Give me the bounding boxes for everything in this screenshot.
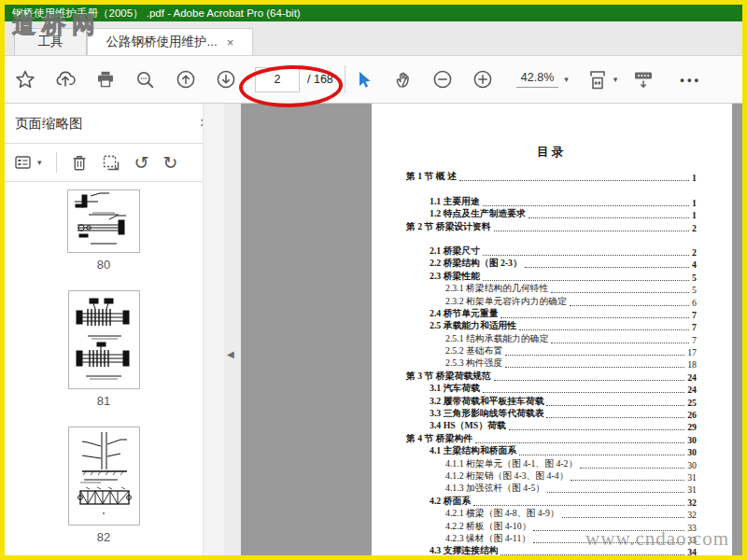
scroll-mode-icon[interactable] — [623, 70, 663, 90]
toc-entry-page: 5 — [692, 285, 697, 295]
toc-entry-label: 3.3 三角形影响线等代荷载表 — [430, 408, 543, 420]
toc-entry[interactable]: 2.5.1 结构承载能力的确定7 — [406, 332, 697, 344]
chevron-down-icon[interactable]: ▾ — [613, 75, 618, 84]
toc-leader-dots — [483, 392, 684, 393]
toc-entry[interactable]: 4.2.1 横梁（图 4-8、图 4-9）32 — [406, 508, 697, 520]
toc-leader-dots — [473, 505, 684, 506]
toc-entry-label: 4.1.2 桁架销（图 4-3、图 4-4） — [445, 470, 568, 483]
toc-entry-page: 6 — [692, 298, 697, 308]
tab-document-label: 公路钢桥使用维护... — [106, 34, 218, 50]
toc-leader-dots — [562, 517, 685, 518]
thumbnails-list: 80 — [5, 182, 203, 555]
toc-entry-label: 4.2.3 缘材（图 4-11） — [445, 533, 530, 545]
toc-entry-page: 32 — [687, 510, 697, 520]
toc-entry-page: 30 — [687, 447, 697, 457]
toc-entry-label: 第 4 节 桥梁构件 — [406, 433, 472, 445]
watermark-site-logo: 道桥网 — [12, 9, 102, 40]
toc-entry-label: 2.5.3 构件强度 — [445, 357, 502, 370]
page-thumbnail-80[interactable]: 80 — [67, 189, 140, 272]
toc-entry[interactable]: 3.2 履带荷载和平板挂车荷载25 — [406, 395, 697, 407]
thumbnails-panel: 页面缩略图 × ▾ ↺ ↻ — [5, 104, 224, 555]
chevron-down-icon[interactable]: ▾ — [37, 158, 42, 167]
toc-entry-label: 2.3.2 桁架单元容许内力的确定 — [445, 296, 567, 308]
page-thumbnail-81[interactable]: 81 — [68, 290, 140, 408]
toc-entry[interactable]: 2.1 桥梁尺寸2 — [406, 245, 697, 258]
page-fit-control[interactable]: ▾ — [587, 70, 618, 90]
toc-entry[interactable]: 4.1.3 加强弦杆（图 4-5）31 — [406, 483, 697, 495]
toc-entry-label: 3.2 履带荷载和平板挂车荷载 — [430, 396, 543, 408]
toc-entry[interactable]: 1.2 特点及生产制造要求1 — [406, 208, 697, 220]
toc-entry-page: 7 — [692, 335, 697, 345]
search-icon[interactable] — [125, 71, 165, 89]
zoom-out-icon[interactable] — [423, 70, 463, 89]
hand-tool-icon[interactable] — [383, 70, 423, 89]
toc-entry-page: 24 — [687, 372, 697, 383]
toc-entry[interactable]: 2.5.3 构件强度18 — [406, 357, 697, 370]
toc-leader-dots — [505, 355, 684, 356]
acrobat-window: 钢桥使用维护手册（2005） .pdf - Adobe Acrobat Pro … — [0, 0, 747, 560]
toc-entry[interactable]: 2.3 桥梁性能5 — [406, 270, 697, 282]
sidebar-scrollbar[interactable] — [203, 104, 224, 555]
toc-entry-label: 1.1 主要用途 — [430, 196, 480, 208]
toc-entry-page: 2 — [692, 247, 697, 258]
toc-entry[interactable]: 第 2 节 桥梁设计资料2 — [406, 220, 697, 232]
collapse-panel-icon[interactable]: ◀ — [227, 349, 234, 359]
toc-entry[interactable]: 4.1.1 桁架单元（图 4-1、图 4-2）30 — [406, 457, 697, 469]
toc-entry-page: 17 — [687, 347, 697, 357]
thumbnails-toolbar: ▾ ↺ ↻ — [5, 143, 203, 182]
toc-entry-label: 2.1 桥梁尺寸 — [430, 245, 480, 258]
print-icon[interactable] — [85, 71, 125, 88]
favorites-star-icon[interactable] — [5, 70, 45, 89]
page-thumbnail-82[interactable]: 82 — [68, 427, 140, 544]
page-thumbnail-label: 82 — [97, 530, 110, 544]
toc-entry[interactable]: 第 4 节 桥梁构件30 — [406, 432, 697, 444]
toc-entry[interactable]: 3.4 HS（MS）荷载29 — [406, 420, 697, 432]
toc-entry[interactable]: 第 3 节 桥梁荷载规范24 — [406, 370, 697, 382]
toc-entry[interactable]: 4.2 桥面系32 — [406, 495, 697, 507]
toc-entry-label: 1.2 特点及生产制造要求 — [430, 208, 526, 220]
chevron-down-icon[interactable]: ▾ — [564, 75, 569, 84]
toc-leader-dots — [546, 417, 684, 418]
fit-width-icon — [587, 70, 608, 90]
toc-entry[interactable]: 2.5.2 基础布置17 — [406, 345, 697, 357]
toc-leader-dots — [571, 480, 684, 481]
toc-entry[interactable]: 4.1.2 桁架销（图 4-3、图 4-4）31 — [406, 470, 697, 483]
toc-entry[interactable]: 2.3.1 桥梁结构的几何特性5 — [406, 283, 697, 295]
toc-entry-page: 7 — [692, 310, 697, 320]
toc-entry[interactable]: 第 1 节 概 述1 — [406, 171, 697, 183]
toc-entry-page: 30 — [687, 460, 697, 470]
crop-pages-icon[interactable] — [102, 154, 120, 172]
delete-pages-icon[interactable] — [71, 154, 88, 172]
rotate-clockwise-icon[interactable]: ↻ — [162, 154, 177, 172]
toc-entry[interactable]: 1.1 主要用途1 — [406, 195, 697, 207]
document-view[interactable]: 目录 第 1 节 概 述11.1 主要用途11.2 特点及生产制造要求1第 2 … — [241, 104, 742, 555]
toc-entry[interactable]: 3.1 汽车荷载24 — [406, 383, 697, 395]
share-cloud-upload-icon[interactable] — [45, 70, 85, 89]
more-tools-icon[interactable]: ••• — [680, 73, 701, 87]
thumbnail-options-menu[interactable]: ▾ — [15, 154, 42, 171]
previous-page-icon[interactable] — [165, 70, 205, 89]
zoom-level-control[interactable]: 42.8% ▾ — [516, 71, 569, 88]
page-thumbnail-drawing — [68, 290, 140, 389]
toc-entry-label: 第 3 节 桥梁荷载规范 — [406, 371, 491, 383]
toc-entry[interactable]: 4.1 主梁结构和桥面系30 — [406, 445, 697, 457]
rotate-counterclockwise-icon[interactable]: ↺ — [134, 154, 149, 172]
toc-entry-label: 4.1.1 桁架单元（图 4-1、图 4-2） — [445, 458, 577, 470]
toc-leader-dots — [519, 455, 684, 455]
tab-document[interactable]: 公路钢桥使用维护... × — [87, 28, 253, 55]
toc-entry[interactable]: 3.3 三角形影响线等代荷载表26 — [406, 408, 697, 420]
toc-leader-dots — [483, 255, 689, 256]
toc-leader-dots — [551, 343, 689, 343]
toc-entry[interactable]: 2.5 承载能力和适用性7 — [406, 320, 697, 332]
close-tab-icon[interactable]: × — [227, 35, 234, 49]
zoom-in-icon[interactable] — [463, 70, 503, 89]
toc-leader-dots — [509, 429, 685, 430]
toc-entry[interactable]: 2.3.2 桁架单元容许内力的确定6 — [406, 295, 697, 307]
panel-splitter[interactable]: ◀ — [224, 104, 241, 555]
zoom-level-value[interactable]: 42.8% — [516, 71, 558, 88]
toc-entry[interactable]: 2.4 桥节单元重量7 — [406, 308, 697, 320]
select-tool-pointer-icon[interactable] — [345, 71, 383, 89]
toc-entry[interactable]: 2.2 桥梁结构（图 2-3）4 — [406, 258, 697, 270]
toc-entry-label: 2.4 桥节单元重量 — [430, 308, 498, 320]
toc-entry-label: 3.4 HS（MS）荷载 — [430, 420, 506, 432]
